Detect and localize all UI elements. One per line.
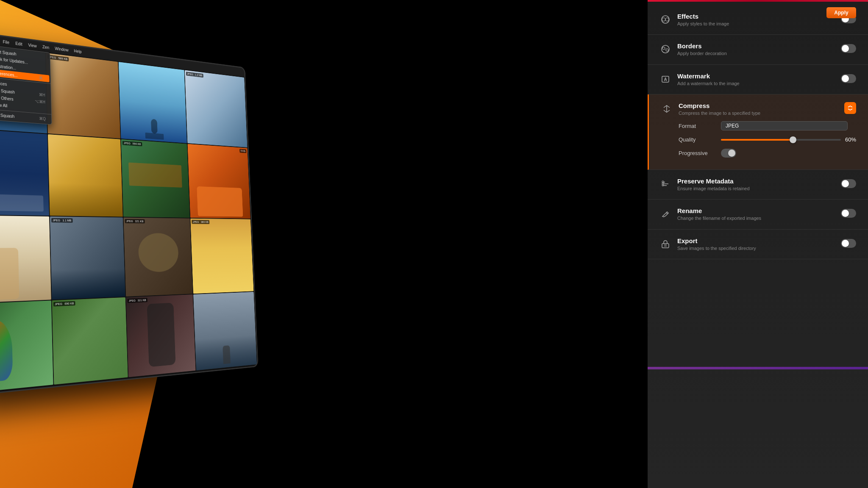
grid-cell-7[interactable]: JPEG 594 KB [121,139,189,218]
preserve-metadata-toggle[interactable] [841,179,856,188]
grid-cell-3[interactable] [119,62,187,143]
menu-item-registration-label: Registration... [0,63,16,70]
grid-cell-15[interactable]: JPEG 321 KB [126,294,195,377]
watermark-header: A Watermark Add a watermark to the image [659,72,856,86]
svg-point-1 [662,18,665,21]
svg-point-5 [666,49,668,51]
svg-line-15 [666,213,668,214]
rename-section: Rename Change the filename of exported i… [648,200,868,229]
compress-section: Compress Compress the image to a specifi… [648,94,868,170]
export-content: Export Save images to the specified dire… [677,237,835,251]
effects-content: Effects Apply styles to the image [677,13,835,27]
preserve-metadata-icon [659,178,671,190]
menu-zen[interactable]: Zen [42,44,49,50]
format-select[interactable]: JPEG [721,121,848,130]
menu-item-about-label: About Squash [0,48,17,56]
borders-content: Borders Apply border decoration [677,42,835,56]
export-icon [659,238,671,250]
format-label: Format [679,123,717,129]
preserve-metadata-header: Preserve Metadata Ensure image metadata … [659,177,856,191]
watermark-section: A Watermark Add a watermark to the image [648,65,868,94]
menu-item-quit-label: Quit Squash [0,112,14,119]
grid-cell-4[interactable]: JPEG 1.2 MB [185,70,248,147]
rename-content: Rename Change the filename of exported i… [677,207,835,221]
effects-title: Effects [677,13,835,20]
format-row: Format JPEG [679,121,856,130]
effects-icon [659,14,671,25]
export-toggle[interactable] [841,239,856,248]
compress-subtitle: Compress the image to a specified type [679,110,838,116]
menu-item-services-label: Services [0,80,7,86]
cell-label-20: JPEG 1 MB [198,371,214,372]
export-title: Export [677,237,835,244]
menu-item-preferences-label: Preferences... [0,70,18,78]
laptop-screen:  Squash File Edit View Zen Window Help … [0,30,259,396]
quality-label: Quality [679,136,717,143]
borders-subtitle: Apply border decoration [677,50,835,56]
cell-label-11: JPEG 321 KB [125,219,145,223]
grid-cell-11[interactable]: JPEG 321 KB [123,217,192,296]
rename-icon [659,208,671,220]
grid-cell-16[interactable] [193,291,257,370]
borders-icon [659,43,671,55]
compress-controls: Format JPEG Quality 60% Progressive [661,121,856,158]
squash-dropdown-menu: About Squash Check for Updates... Regist… [0,44,52,125]
hide-others-shortcut: ⌥⌘H [35,99,45,104]
right-panel: Apply Effects Apply styles to the image [648,0,868,488]
borders-toggle[interactable] [841,44,856,53]
format-value: JPEG [726,123,739,129]
cell-label-19: JPEG 348 KB [130,377,150,378]
rename-toggle[interactable] [841,209,856,218]
progressive-row: Progressive [679,149,856,158]
menu-view[interactable]: View [28,42,36,48]
svg-point-4 [662,47,665,50]
svg-text:A: A [664,77,667,82]
grid-cell-10[interactable]: JPEG 1.1 MB [50,216,125,299]
grid-cell-9[interactable]: JPEG 453 KB [0,215,51,303]
progressive-label: Progressive [679,150,717,156]
grid-cell-6[interactable] [47,134,122,216]
menu-window[interactable]: Window [55,46,68,53]
apply-button[interactable]: Apply [826,7,856,18]
progressive-toggle[interactable] [721,149,736,158]
quality-thumb[interactable] [790,136,796,143]
preserve-metadata-section: Preserve Metadata Ensure image metadata … [648,170,868,200]
menu-file[interactable]: File [3,39,9,45]
quality-fill [721,139,793,141]
menu-item-hide-label: Hide Squash [0,87,15,94]
rename-title: Rename [677,207,835,214]
export-subtitle: Save images to the specified directory [677,245,835,251]
compress-content: Compress Compress the image to a specifi… [679,102,838,116]
grid-cell-12[interactable]: JPEG 369 KB [190,219,253,294]
grid-cell-5[interactable] [0,128,49,216]
rename-header: Rename Change the filename of exported i… [659,207,856,221]
rename-subtitle: Change the filename of exported images [677,215,835,221]
borders-section: Borders Apply border decoration [648,35,868,64]
menu-item-show-all-label: Show All [0,102,7,108]
cell-label-8: 5 KB [239,149,247,153]
watermark-title: Watermark [677,72,835,80]
watermark-toggle[interactable] [841,74,856,83]
cell-label-12: JPEG 369 KB [192,220,210,224]
compress-icon [661,103,673,115]
cell-label-18: JPEG 521 KB [56,385,78,385]
borders-header: Borders Apply border decoration [659,42,856,56]
effects-subtitle: Apply styles to the image [677,21,835,27]
grid-cell-13[interactable]: JPEG 437 KB [0,300,53,393]
grid-cell-8[interactable]: 5 KB [187,144,250,219]
borders-title: Borders [677,42,835,50]
export-section: Export Save images to the specified dire… [648,230,868,259]
grid-cell-2[interactable]: JPEG 589 KB [46,53,120,139]
grid-cell-14[interactable]: JPEG 690 KB [52,297,128,385]
cell-label-10: JPEG 1.1 MB [51,218,73,223]
menu-edit[interactable]: Edit [15,41,22,46]
quality-slider[interactable] [721,139,841,141]
menu-help[interactable]: Help [74,48,81,54]
preferences-shortcut: ⌘, [39,75,44,80]
menu-item-hide-others-label: Hide Others [0,94,14,101]
compress-active-badge [844,102,856,114]
compress-header: Compress Compress the image to a specifi… [661,102,856,116]
svg-point-2 [665,18,669,21]
watermark-subtitle: Add a watermark to the image [677,80,835,86]
quality-percent: 60% [845,136,856,143]
